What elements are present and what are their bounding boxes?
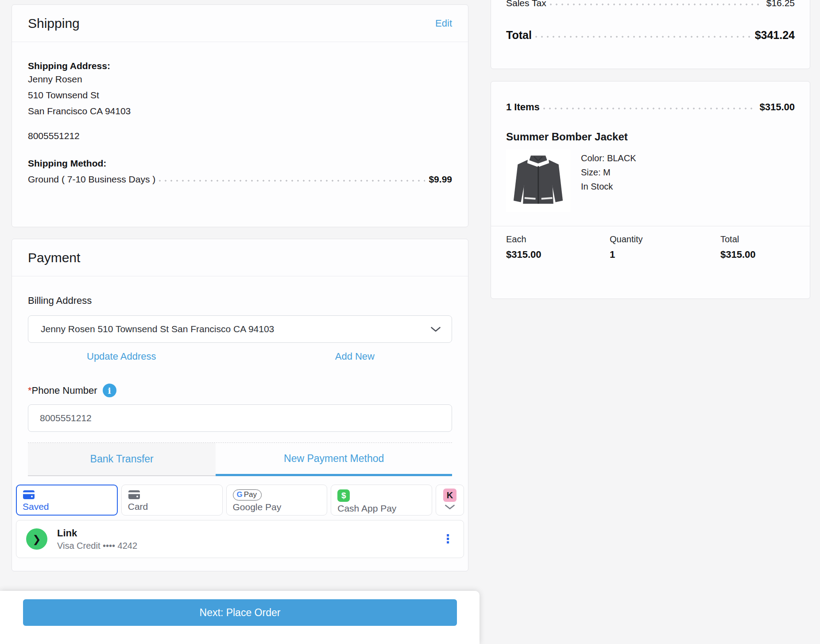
saved-card-icon [23,489,35,500]
product-image [506,149,570,212]
saved-payment-detail: Visa Credit •••• 4242 [57,541,137,551]
shipping-phone: 8005551212 [28,131,452,141]
shipping-method-row: Ground ( 7-10 Business Days ) $9.99 [28,174,452,185]
items-subtotal-value: $315.00 [759,101,795,113]
jacket-illustration [506,149,570,212]
card-icon [128,489,140,500]
shipping-title: Shipping [28,16,80,31]
product-size: Size: M [581,165,636,179]
product-details: Color: BLACK Size: M In Stock [581,149,636,212]
checkout-action-bar: Next: Place Order [0,591,480,644]
shipping-method-name: Ground ( 7-10 Business Days ) [28,174,155,185]
payment-method-label: Cash App Pay [337,503,432,514]
order-total-row: Total $341.24 [506,29,795,42]
dot-leader [535,36,751,38]
product-color: Color: BLACK [581,151,636,165]
payment-fields: Billing Address Jenny Rosen 510 Townsend… [12,295,468,476]
phone-number-label: Phone Number [32,385,97,396]
payment-method-saved[interactable]: Saved [16,485,118,516]
each-value: $315.00 [506,249,610,260]
product-availability: In Stock [581,179,636,194]
items-count-row: 1 Items $315.00 [506,101,795,113]
info-icon[interactable]: i [103,384,116,397]
billing-address-links: Update Address Add New [28,351,452,362]
payment-method-cash-app-pay[interactable]: $ Cash App Pay [331,485,432,516]
klarna-icon: K [443,489,456,502]
payment-header: Payment [12,239,468,276]
phone-number-input[interactable] [28,404,452,432]
update-address-link[interactable]: Update Address [87,351,156,362]
cart-footer: Each $315.00 Quantity 1 Total $315.00 [506,234,795,260]
payment-title: Payment [28,250,80,265]
phone-label-row: * Phone Number i [28,384,452,397]
payment-method-label: Card [128,501,222,512]
shipping-header: Shipping Edit [12,5,468,42]
chevron-down-icon [445,504,455,510]
saved-payment-name: Link [57,528,137,539]
shipping-method-label: Shipping Method: [28,158,452,169]
items-divider [491,226,810,226]
dot-leader [159,180,425,182]
chevron-down-icon [430,326,441,332]
google-pay-badge-icon: G Pay [233,489,262,500]
items-count-label: 1 Items [506,101,540,113]
tab-new-payment-method[interactable]: New Payment Method [216,443,452,476]
dot-leader [543,108,756,109]
payment-method-google-pay[interactable]: G Pay Google Pay [226,485,328,516]
shipping-address-label: Shipping Address: [28,61,452,71]
payment-method-tiles: Saved Card G Pay Google Pay [16,485,464,516]
cash-app-icon: $ [337,489,350,502]
cart-items-section: 1 Items $315.00 Summer Bomber Jacket [491,81,810,299]
order-summary-section: Sales Tax $16.25 Total $341.24 [491,0,810,69]
line-total-column: Total $315.00 [720,234,795,260]
quantity-column: Quantity 1 [610,234,720,260]
edit-shipping-link[interactable]: Edit [435,18,452,29]
payment-section: Payment Billing Address Jenny Rosen 510 … [12,239,468,571]
each-column: Each $315.00 [506,234,610,260]
shipping-method-price: $9.99 [429,174,452,185]
link-logo-icon: ❯ [26,528,47,550]
payment-method-label: Google Pay [233,502,327,512]
billing-address-value: Jenny Rosen 510 Townsend St San Francisc… [41,324,430,334]
billing-address-select[interactable]: Jenny Rosen 510 Townsend St San Francisc… [28,315,452,343]
product-block: Color: BLACK Size: M In Stock [506,149,795,212]
billing-address-label: Billing Address [28,295,452,306]
saved-payment-row[interactable]: ❯ Link Visa Credit •••• 4242 ⋮ [16,520,464,558]
required-asterisk: * [28,385,32,396]
shipping-address-name: Jenny Rosen [28,71,452,87]
quantity-value: 1 [610,249,720,260]
line-total-label: Total [720,234,795,244]
shipping-address-street: 510 Townsend St [28,87,452,103]
payment-method-area: Saved Card G Pay Google Pay [12,485,468,558]
payment-method-tabs: Bank Transfer New Payment Method [28,442,452,476]
kebab-menu-icon[interactable]: ⋮ [442,533,454,545]
saved-payment-texts: Link Visa Credit •••• 4242 [57,528,137,551]
shipping-body: Shipping Address: Jenny Rosen 510 Townse… [12,42,468,185]
product-name: Summer Bomber Jacket [506,131,795,143]
order-total-value: $341.24 [755,29,795,42]
payment-method-card[interactable]: Card [121,485,223,516]
order-total-label: Total [506,29,532,42]
add-new-address-link[interactable]: Add New [335,351,375,362]
shipping-address-city: San Francisco CA 94103 [28,103,452,119]
tab-bank-transfer[interactable]: Bank Transfer [28,443,216,476]
line-total-value: $315.00 [720,249,795,260]
each-label: Each [506,234,610,244]
place-order-button[interactable]: Next: Place Order [23,599,457,626]
payment-method-label: Saved [23,501,117,512]
payment-method-klarna[interactable]: K [436,485,464,516]
dot-leader [550,4,763,5]
sales-tax-value: $16.25 [766,0,795,8]
sales-tax-row: Sales Tax $16.25 [506,0,795,8]
quantity-label: Quantity [610,234,720,244]
shipping-section: Shipping Edit Shipping Address: Jenny Ro… [12,4,468,227]
sales-tax-label: Sales Tax [506,0,546,8]
